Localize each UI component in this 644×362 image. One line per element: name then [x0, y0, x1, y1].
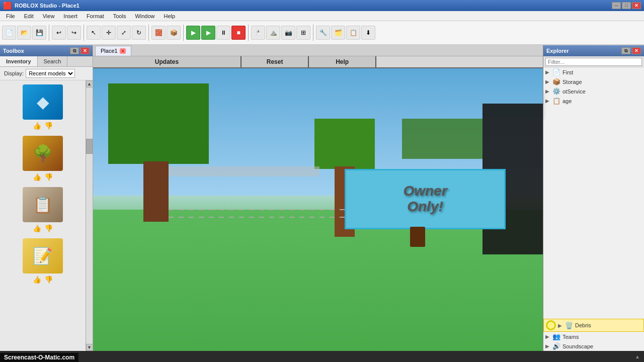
explorer-item-age[interactable]: ▶ 📋 age: [543, 96, 644, 106]
help-button[interactable]: Help: [309, 56, 375, 67]
scroll-up-arrow[interactable]: ▲: [86, 80, 93, 87]
dislike-btn-2[interactable]: 👎: [44, 173, 53, 181]
titlebar: 🟥 ROBLOX Studio - Place1 ─ □ ✕: [0, 0, 644, 11]
fence-h-2: [169, 217, 345, 218]
menu-tools[interactable]: Tools: [109, 12, 130, 20]
explorer-search-bar: [543, 56, 644, 67]
viewport-tab-close[interactable]: ✕: [120, 48, 126, 54]
toolbox-scroll: ◆ 👍 👎 🌳 👍 👎: [0, 80, 86, 351]
explorer-item-first[interactable]: ▶ 📄 First: [543, 67, 644, 77]
terrain-tool[interactable]: ⛰️: [266, 26, 280, 40]
menubar: File Edit View Insert Format Tools Windo…: [0, 11, 644, 21]
explorer-close-btn[interactable]: ✕: [632, 47, 641, 54]
scale-button[interactable]: ⤢: [117, 26, 131, 40]
model-button[interactable]: 📦: [167, 26, 181, 40]
model-thumb-4[interactable]: 📝: [23, 238, 63, 274]
3d-scene[interactable]: Owner Only!: [93, 68, 543, 351]
reset-button[interactable]: Reset: [242, 56, 308, 67]
display-label: Display:: [4, 70, 24, 76]
properties-toggle[interactable]: 📋: [346, 26, 360, 40]
new-button[interactable]: 📄: [2, 26, 16, 40]
toolbox-detach-button[interactable]: ⧉: [70, 47, 79, 54]
sign-pole: [410, 227, 425, 247]
toolbox-close-button[interactable]: ✕: [80, 47, 90, 54]
explorer-search-input[interactable]: [545, 58, 642, 66]
pause-button[interactable]: ⏸: [216, 26, 230, 40]
arrow-icon-teams: ▶: [545, 334, 551, 339]
scrollbar-thumb[interactable]: [86, 139, 93, 154]
explorer-item-storage[interactable]: ▶ 📦 Storage: [543, 77, 644, 86]
highlight-circle: [546, 320, 556, 330]
toolbar-separator-3: [148, 25, 149, 41]
model-thumb-2[interactable]: 🌳: [23, 136, 63, 171]
model-item-2: 🌳 👍 👎: [4, 136, 82, 181]
menu-edit[interactable]: Edit: [20, 12, 38, 20]
arrow-icon-storage: ▶: [545, 79, 551, 84]
dislike-btn-4[interactable]: 👎: [44, 276, 53, 284]
camera-tool[interactable]: 📷: [281, 26, 295, 40]
toolbox-header: Toolbox ⧉ ✕: [0, 45, 93, 56]
menu-window[interactable]: Window: [131, 12, 158, 20]
explorer-toggle[interactable]: 🗂️: [331, 26, 345, 40]
tab-search[interactable]: Search: [38, 56, 68, 66]
statusbar-right: ▲: [635, 354, 640, 359]
minimize-button[interactable]: ─: [612, 2, 621, 9]
maximize-button[interactable]: □: [622, 2, 631, 9]
menu-file[interactable]: File: [2, 12, 19, 20]
scrollbar-track[interactable]: [86, 87, 93, 344]
cursor-tool[interactable]: 🖱️: [251, 26, 265, 40]
menu-help[interactable]: Help: [160, 12, 180, 20]
display-select[interactable]: Recent models My models Free models: [26, 69, 75, 78]
explorer-detach-btn[interactable]: ⧉: [621, 47, 630, 54]
open-button[interactable]: 📂: [17, 26, 31, 40]
like-btn-2[interactable]: 👍: [33, 173, 41, 181]
like-btn-1[interactable]: 👍: [33, 122, 41, 130]
toolbar-separator-6: [313, 25, 313, 41]
model-icon-2: 🌳: [33, 144, 53, 163]
explorer-item-otservice[interactable]: ▶ ⚙️ otService: [543, 86, 644, 96]
explorer-item-soundscape[interactable]: ▶ 🔊 Soundscape: [543, 341, 644, 351]
close-button[interactable]: ✕: [632, 2, 641, 9]
part-button[interactable]: 🧱: [151, 26, 166, 40]
scroll-down-arrow[interactable]: ▼: [86, 344, 93, 351]
rotate-button[interactable]: ↻: [132, 26, 146, 40]
toolbox-scrollbar: ▲ ▼: [86, 80, 93, 351]
undo-button[interactable]: ↩: [52, 26, 66, 40]
arrow-icon-first: ▶: [545, 69, 551, 75]
model-thumb-1[interactable]: ◆: [23, 84, 63, 120]
menu-insert[interactable]: Insert: [59, 12, 82, 20]
titlebar-controls[interactable]: ─ □ ✕: [612, 2, 641, 9]
viewport-tabs: Place1 ✕: [93, 45, 543, 56]
window-title: ROBLOX Studio - Place1: [15, 3, 79, 9]
like-btn-3[interactable]: 👍: [33, 224, 41, 232]
dislike-btn-3[interactable]: 👎: [44, 224, 53, 232]
fence-area: [169, 166, 319, 176]
like-btn-4[interactable]: 👍: [33, 276, 41, 284]
play-button[interactable]: ▶: [186, 26, 200, 40]
move-button[interactable]: ✛: [102, 26, 116, 40]
play-here-button[interactable]: ▶: [201, 26, 215, 40]
toolbox-toggle[interactable]: 🔧: [316, 26, 330, 40]
folder-icon-first: 📄: [552, 68, 561, 76]
menu-view[interactable]: View: [39, 12, 59, 20]
stop-button[interactable]: ■: [231, 26, 246, 40]
save-button[interactable]: 💾: [32, 26, 46, 40]
grid-toggle[interactable]: ⊞: [296, 26, 310, 40]
tab-inventory[interactable]: Inventory: [0, 56, 38, 66]
explorer-item-debris[interactable]: ▶ 🗑️ Debris: [543, 319, 644, 332]
updates-button[interactable]: Updates: [93, 56, 240, 67]
arrow-icon-otservice: ▶: [545, 88, 551, 94]
dislike-btn-1[interactable]: 👎: [44, 122, 53, 130]
insert-btn[interactable]: ⬇: [361, 26, 375, 40]
toolbox-display: Display: Recent models My models Free mo…: [0, 67, 93, 80]
model-thumb-3[interactable]: 📋: [23, 187, 63, 222]
menu-format[interactable]: Format: [83, 12, 108, 20]
explorer-item-teams[interactable]: ▶ 👥 Teams: [543, 332, 644, 341]
main-layout: Toolbox ⧉ ✕ Inventory Search Display: Re…: [0, 45, 644, 351]
viewport-tab-place1[interactable]: Place1 ✕: [95, 46, 131, 56]
model-icon-1: ◆: [37, 93, 49, 112]
redo-button[interactable]: ↪: [67, 26, 81, 40]
watermark: Screencast-O-Matic.com: [0, 353, 78, 362]
viewport-tab-label: Place1: [101, 48, 118, 54]
select-button[interactable]: ↖: [87, 26, 101, 40]
